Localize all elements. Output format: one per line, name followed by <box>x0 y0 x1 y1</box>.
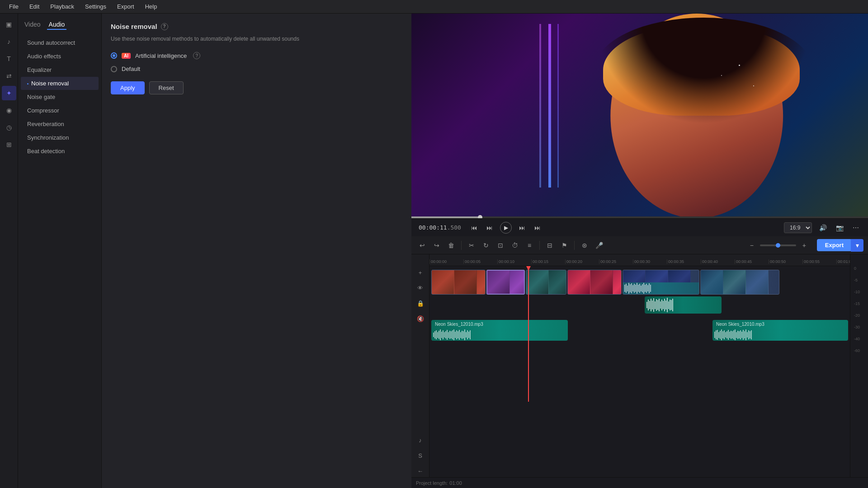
mic-btn[interactable]: 🎤 <box>593 239 605 252</box>
sidebar-color-btn[interactable]: ◉ <box>2 103 16 117</box>
menu-help[interactable]: Help <box>141 1 162 12</box>
timeline-tracks: Neon Skies_12010.mp3 <box>429 266 850 402</box>
tab-video[interactable]: Video <box>23 20 42 30</box>
skip-to-end-btn[interactable]: ⏭ <box>533 222 542 233</box>
ruler-mark-7: 00:00:35 <box>667 259 701 264</box>
menu-export[interactable]: Export <box>113 1 139 12</box>
sidebar-clock-btn[interactable]: ◷ <box>2 120 16 135</box>
tab-audio[interactable]: Audio <box>47 20 67 30</box>
nav-section-tabs: Video Audio <box>18 17 101 33</box>
snapshot-btn[interactable]: 📷 <box>834 222 845 233</box>
tl-eye-btn[interactable]: 👁 <box>414 282 427 294</box>
nav-synchronization[interactable]: Synchronization <box>21 131 99 144</box>
level-30: -30 <box>854 325 864 329</box>
tl-add-track-btn[interactable]: + <box>414 266 427 279</box>
menu-edit[interactable]: Edit <box>25 1 44 12</box>
level-meter: 0 -5 -10 -15 -20 -30 -40 -60 <box>850 254 868 477</box>
video-clip-1[interactable] <box>431 270 486 295</box>
tl-solo-btn[interactable]: S <box>414 449 427 462</box>
zoom-out-btn[interactable]: − <box>745 239 758 252</box>
aspect-ratio-select[interactable]: 16:9 <box>784 222 812 233</box>
zoom-slider[interactable] <box>760 244 796 246</box>
sidebar-sticker-btn[interactable]: ⊞ <box>2 137 16 152</box>
sidebar-audio-btn[interactable]: ♪ <box>2 34 16 49</box>
nav-sound-autocorrect[interactable]: Sound autocorrect <box>21 36 99 49</box>
play-pause-btn[interactable]: ▶ <box>500 222 512 234</box>
video-clip-2[interactable] <box>486 270 525 295</box>
sidebar-text-btn[interactable]: T <box>2 52 16 66</box>
playhead[interactable] <box>528 266 529 402</box>
step-back-btn[interactable]: ⏭ <box>485 222 495 233</box>
cut-btn[interactable]: ✂ <box>465 239 478 252</box>
delete-btn[interactable]: 🗑 <box>445 239 458 252</box>
audio-main-clip-2[interactable]: Neon Skies_12010.mp3 <box>712 320 848 341</box>
noise-removal-help-icon[interactable]: ? <box>161 23 168 30</box>
ai-radio-button[interactable] <box>111 52 117 59</box>
toolbar: ↩ ↪ 🗑 ✂ ↻ ⊡ ⏱ ≡ ⊟ ⚑ ⊛ 🎤 − + Export ▾ <box>411 236 868 254</box>
video-clip-5[interactable] <box>623 270 699 295</box>
zoom-control: − + <box>745 239 811 252</box>
default-radio-option[interactable]: Default <box>111 66 402 72</box>
sidebar-transition-btn[interactable]: ⇄ <box>2 69 16 83</box>
ai-radio-option[interactable]: AI Artificial intelligence ? <box>111 52 402 59</box>
ruler-mark-3: 00:00:15 <box>531 259 565 264</box>
timer-btn[interactable]: ⏱ <box>509 239 521 252</box>
video-clips <box>431 270 779 295</box>
flag-btn[interactable]: ⚑ <box>558 239 571 252</box>
reset-button[interactable]: Reset <box>149 81 184 94</box>
rotate-btn[interactable]: ↻ <box>480 239 492 252</box>
video-clip-3[interactable] <box>526 270 566 295</box>
sidebar-effects-btn[interactable]: ✦ <box>2 86 16 100</box>
menu-file[interactable]: File <box>5 1 23 12</box>
divider-3 <box>574 241 575 250</box>
apply-button[interactable]: Apply <box>111 81 145 94</box>
nav-noise-removal[interactable]: Noise removal <box>21 77 99 90</box>
zoom-in-btn[interactable]: + <box>798 239 811 252</box>
timeline-main[interactable]: 00:00:00 00:00:05 00:00:10 00:00:15 00:0… <box>429 254 850 477</box>
tl-lock-btn[interactable]: 🔒 <box>414 297 427 310</box>
caption-btn[interactable]: ⊟ <box>543 239 556 252</box>
audio-track-2: Neon Skies_12010.mp3 <box>429 319 850 342</box>
menu-settings[interactable]: Settings <box>80 1 111 12</box>
crop-btn[interactable]: ⊡ <box>494 239 507 252</box>
sidebar-media-btn[interactable]: ▣ <box>2 17 16 32</box>
default-radio-button[interactable] <box>111 66 117 72</box>
timeline-left-controls: + 👁 🔒 🔇 ♪ S ← <box>411 254 429 477</box>
preview-progress-thumb[interactable] <box>478 215 482 218</box>
skip-to-start-btn[interactable]: ⏮ <box>469 222 479 233</box>
tl-audio-icon[interactable]: ♪ <box>414 434 427 446</box>
nav-reverberation[interactable]: Reverberation <box>21 117 99 131</box>
export-dropdown-btn[interactable]: ▾ <box>851 239 863 252</box>
volume-btn[interactable]: 🔊 <box>817 222 829 233</box>
audio-clip-1-inner[interactable] <box>645 296 722 314</box>
settings-panel: Noise removal ? Use these noise removal … <box>102 14 411 488</box>
tl-mute-btn[interactable]: 🔇 <box>414 312 427 325</box>
level-40: -40 <box>854 337 864 341</box>
redo-btn[interactable]: ↪ <box>430 239 443 252</box>
menu-playback[interactable]: Playback <box>46 1 79 12</box>
ai-help-icon[interactable]: ? <box>193 52 200 59</box>
nav-noise-gate[interactable]: Noise gate <box>21 90 99 103</box>
export-button[interactable]: Export <box>817 239 852 251</box>
audio-track-1 <box>429 296 850 314</box>
video-clip-4[interactable] <box>567 270 622 295</box>
nav-audio-effects[interactable]: Audio effects <box>21 50 99 63</box>
nav-equalizer[interactable]: Equalizer <box>21 63 99 76</box>
nav-beat-detection[interactable]: Beat detection <box>21 145 99 158</box>
level-0: 0 <box>854 266 864 271</box>
audio-main-clip-1[interactable]: Neon Skies_12010.mp3 <box>431 320 568 341</box>
more-options-btn[interactable]: ⋯ <box>851 222 861 233</box>
nav-compressor[interactable]: Compressor <box>21 104 99 117</box>
undo-btn[interactable]: ↩ <box>416 239 429 252</box>
step-forward-btn[interactable]: ⏭ <box>517 222 527 233</box>
ruler-mark-1: 00:00:05 <box>463 259 497 264</box>
properties-btn[interactable]: ≡ <box>523 239 536 252</box>
ruler-mark-2: 00:00:10 <box>497 259 531 264</box>
video-clip-6[interactable] <box>700 270 779 295</box>
left-nav: Video Audio Sound autocorrect Audio effe… <box>18 14 102 488</box>
preview-progress-bar[interactable] <box>411 216 868 218</box>
default-option-label: Default <box>122 66 140 72</box>
tl-back-btn[interactable]: ← <box>414 465 427 477</box>
magnet-btn[interactable]: ⊛ <box>578 239 591 252</box>
project-length-value: 01:00 <box>449 480 462 486</box>
